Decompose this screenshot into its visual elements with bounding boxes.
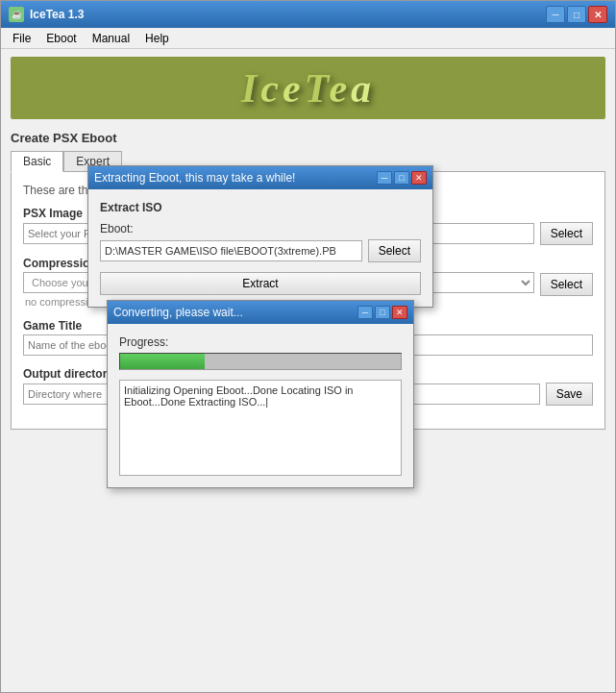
progress-bar-bg [119, 353, 402, 370]
extract-dialog: Extracting Eboot, this may take a while!… [87, 165, 433, 308]
logo-area: IceTea [11, 57, 605, 119]
minimize-button[interactable]: ─ [546, 6, 565, 23]
compression-select-button[interactable]: Select [540, 273, 593, 296]
converting-dialog-controls: ─ □ ✕ [357, 306, 407, 319]
converting-dialog-title: Converting, please wait... [113, 306, 243, 319]
extract-dialog-titlebar: Extracting Eboot, this may take a while!… [88, 166, 432, 189]
tab-basic[interactable]: Basic [11, 151, 63, 172]
log-area: Initializing Opening Eboot...Done Locati… [119, 380, 402, 476]
psx-image-select-button[interactable]: Select [540, 222, 593, 245]
converting-dialog-maximize[interactable]: □ [375, 306, 390, 319]
converting-dialog-content: Progress: Initializing Opening Eboot...D… [108, 324, 413, 487]
eboot-label: Eboot: [100, 222, 421, 235]
extract-dialog-title: Extracting Eboot, this may take a while! [94, 171, 295, 185]
converting-dialog-minimize[interactable]: ─ [357, 306, 373, 319]
eboot-select-button[interactable]: Select [368, 239, 421, 262]
menubar: File Eboot Manual Help [1, 28, 615, 49]
converting-dialog-close[interactable]: ✕ [392, 306, 407, 319]
titlebar-left: ☕ IceTea 1.3 [9, 7, 84, 22]
extract-dialog-controls: ─ □ ✕ [377, 171, 427, 185]
extract-section-label: Extract ISO [100, 201, 421, 214]
progress-bar-fill [120, 354, 205, 369]
extract-button[interactable]: Extract [100, 272, 421, 295]
titlebar: ☕ IceTea 1.3 ─ □ ✕ [1, 1, 615, 28]
save-button[interactable]: Save [546, 383, 593, 406]
menu-help[interactable]: Help [137, 30, 177, 47]
main-window: ☕ IceTea 1.3 ─ □ ✕ File Eboot Manual Hel… [0, 0, 616, 693]
menu-file[interactable]: File [5, 30, 38, 47]
converting-dialog: Converting, please wait... ─ □ ✕ Progres… [107, 300, 414, 488]
maximize-button[interactable]: □ [567, 6, 586, 23]
app-icon: ☕ [9, 7, 24, 22]
section-title: Create PSX Eboot [11, 131, 605, 145]
progress-label: Progress: [119, 335, 402, 349]
extract-dialog-maximize[interactable]: □ [394, 171, 409, 185]
close-button[interactable]: ✕ [588, 6, 607, 23]
extract-dialog-minimize[interactable]: ─ [377, 171, 392, 185]
extract-dialog-content: Extract ISO Eboot: Select Extract [88, 189, 432, 307]
eboot-field-row: Select [100, 239, 421, 262]
menu-eboot[interactable]: Eboot [38, 30, 84, 47]
window-title: IceTea 1.3 [30, 8, 84, 21]
eboot-input[interactable] [100, 240, 362, 261]
content-area: Create PSX Eboot Basic Expert These are … [1, 127, 615, 692]
converting-dialog-titlebar: Converting, please wait... ─ □ ✕ [108, 301, 413, 324]
logo: IceTea [241, 65, 375, 111]
extract-dialog-close[interactable]: ✕ [411, 171, 427, 185]
menu-manual[interactable]: Manual [85, 30, 137, 47]
titlebar-controls: ─ □ ✕ [546, 6, 607, 23]
